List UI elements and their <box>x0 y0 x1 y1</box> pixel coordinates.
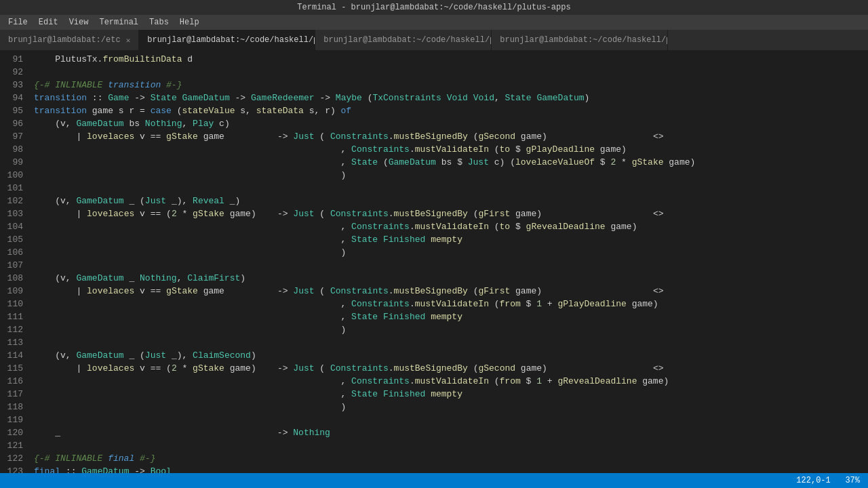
line-num-91: 91 <box>0 53 23 66</box>
line-num-111: 111 <box>0 310 23 323</box>
code-line-120: _ -> Nothing <box>34 426 868 439</box>
line-num-112: 112 <box>0 323 23 336</box>
code-line-95: transition game s r = case (stateValue s… <box>34 104 868 117</box>
code-line-100: ) <box>34 169 868 182</box>
line-num-99: 99 <box>0 156 23 169</box>
line-num-102: 102 <box>0 195 23 207</box>
line-num-96: 96 <box>0 117 23 130</box>
code-line-122: {-# INLINABLE final #-} <box>34 452 868 465</box>
code-line-115: | lovelaces v == (2 * gStake game) -> Ju… <box>34 362 868 375</box>
status-bar: 122,0-1 37% <box>0 473 868 488</box>
tabs-bar: brunjlar@lambdabat:/etc ✕ brunjlar@lambd… <box>0 30 868 50</box>
line-num-107: 107 <box>0 259 23 272</box>
code-line-119 <box>34 413 868 426</box>
code-line-103: | lovelaces v == (2 * gStake game) -> Ju… <box>34 207 868 220</box>
line-num-105: 105 <box>0 233 23 246</box>
code-line-113 <box>34 336 868 349</box>
line-num-95: 95 <box>0 104 23 117</box>
menu-terminal[interactable]: Terminal <box>94 18 144 27</box>
line-num-119: 119 <box>0 413 23 426</box>
line-num-92: 92 <box>0 66 23 79</box>
line-num-118: 118 <box>0 401 23 413</box>
line-numbers: 9192939495969798991001011021031041051061… <box>0 50 28 473</box>
line-num-116: 116 <box>0 375 23 388</box>
line-num-121: 121 <box>0 439 23 452</box>
code-line-92 <box>34 66 868 79</box>
code-line-94: transition :: Game -> State GameDatum ->… <box>34 92 868 104</box>
menu-bar: File Edit View Terminal Tabs Help <box>0 15 868 30</box>
code-line-111: , State Finished mempty <box>34 310 868 323</box>
code-line-112: ) <box>34 323 868 336</box>
tab-2[interactable]: brunjlar@lambdabat:~/code/haskell/plutus… <box>315 30 492 50</box>
line-num-120: 120 <box>0 426 23 439</box>
line-num-123: 123 <box>0 465 23 473</box>
line-num-93: 93 <box>0 79 23 92</box>
code-line-121 <box>34 439 868 452</box>
tab-close-0[interactable]: ✕ <box>126 36 131 45</box>
tab-3[interactable]: brunjlar@lambdabat:~/code/haskell/plutus… <box>492 30 668 50</box>
menu-view[interactable]: View <box>64 18 94 27</box>
code-line-97: | lovelaces v == gStake game -> Just ( C… <box>34 130 868 143</box>
line-num-117: 117 <box>0 388 23 401</box>
menu-edit[interactable]: Edit <box>33 18 64 27</box>
line-num-109: 109 <box>0 285 23 298</box>
code-line-109: | lovelaces v == gStake game -> Just ( C… <box>34 285 868 298</box>
line-num-100: 100 <box>0 169 23 182</box>
code-line-106: ) <box>34 246 868 259</box>
line-num-97: 97 <box>0 130 23 143</box>
zoom-level: 37% <box>845 476 860 485</box>
menu-tabs[interactable]: Tabs <box>144 18 174 27</box>
code-line-110: , Constraints.mustValidateIn (from $ 1 +… <box>34 298 868 310</box>
title-bar: Terminal - brunjlar@lambdabat:~/code/has… <box>0 0 868 15</box>
line-num-98: 98 <box>0 143 23 156</box>
code-line-101 <box>34 182 868 195</box>
code-line-123: final :: GameDatum -> Bool <box>34 465 868 473</box>
code-line-117: , State Finished mempty <box>34 388 868 401</box>
menu-file[interactable]: File <box>3 18 33 27</box>
line-num-106: 106 <box>0 246 23 259</box>
menu-help[interactable]: Help <box>174 18 205 27</box>
code-area[interactable]: PlutusTx.fromBuiltinData d {-# INLINABLE… <box>28 50 868 473</box>
line-num-104: 104 <box>0 220 23 233</box>
code-line-116: , Constraints.mustValidateIn (from $ 1 +… <box>34 375 868 388</box>
code-line-102: (v, GameDatum _ (Just _), Reveal _) <box>34 195 868 207</box>
cursor-position: 122,0-1 <box>796 476 830 485</box>
line-num-103: 103 <box>0 207 23 220</box>
code-line-104: , Constraints.mustValidateIn (to $ gReve… <box>34 220 868 233</box>
line-num-113: 113 <box>0 336 23 349</box>
code-line-108: (v, GameDatum _ Nothing, ClaimFirst) <box>34 272 868 285</box>
code-line-91: PlutusTx.fromBuiltinData d <box>34 53 868 66</box>
tab-1[interactable]: brunjlar@lambdabat:~/code/haskell/plutus… <box>139 30 315 50</box>
code-line-114: (v, GameDatum _ (Just _), ClaimSecond) <box>34 349 868 362</box>
line-num-115: 115 <box>0 362 23 375</box>
line-num-108: 108 <box>0 272 23 285</box>
line-num-110: 110 <box>0 298 23 310</box>
code-line-96: (v, GameDatum bs Nothing, Play c) <box>34 117 868 130</box>
code-line-105: , State Finished mempty <box>34 233 868 246</box>
line-num-101: 101 <box>0 182 23 195</box>
line-num-122: 122 <box>0 452 23 465</box>
line-num-114: 114 <box>0 349 23 362</box>
line-num-94: 94 <box>0 92 23 104</box>
code-line-93: {-# INLINABLE transition #-} <box>34 79 868 92</box>
editor-container: 9192939495969798991001011021031041051061… <box>0 50 868 473</box>
code-line-98: , Constraints.mustValidateIn (to $ gPlay… <box>34 143 868 156</box>
tab-0[interactable]: brunjlar@lambdabat:/etc ✕ <box>0 30 139 50</box>
code-line-107 <box>34 259 868 272</box>
code-line-118: ) <box>34 401 868 413</box>
code-line-99: , State (GameDatum bs $ Just c) (lovelac… <box>34 156 868 169</box>
